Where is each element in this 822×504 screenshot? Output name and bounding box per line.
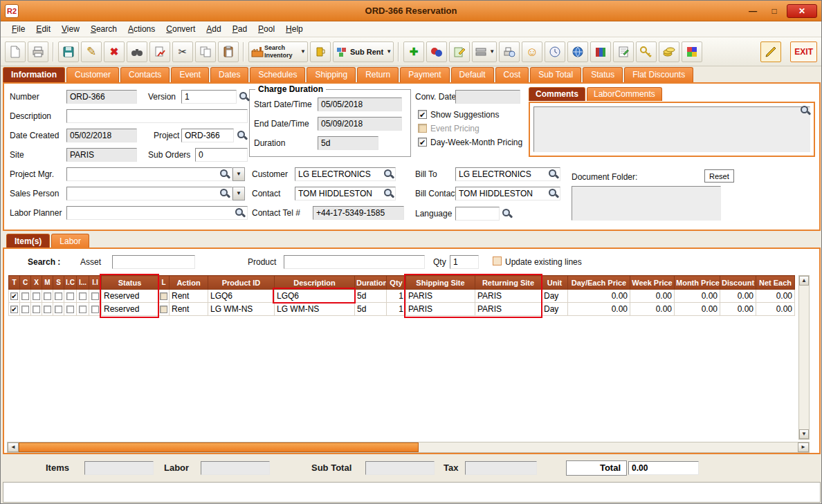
- menu-convert[interactable]: Convert: [161, 22, 201, 36]
- find-binoculars-button[interactable]: [127, 41, 147, 62]
- minimize-button[interactable]: —: [744, 4, 762, 18]
- convert-button[interactable]: [149, 41, 170, 62]
- action-cell[interactable]: Rent: [170, 290, 208, 303]
- row-select-checkbox[interactable]: ✔: [10, 292, 18, 300]
- project-field[interactable]: ORD-366: [181, 129, 234, 142]
- table-row[interactable]: ✔ Reserved Rent LG WM-NS LG WM-NS 5d 1 P…: [9, 303, 795, 316]
- bill-contact-search-icon[interactable]: [548, 188, 559, 199]
- shipping-site-cell[interactable]: PARIS: [406, 303, 475, 316]
- cubes-button[interactable]: [682, 41, 702, 62]
- row-checkbox[interactable]: [44, 292, 51, 300]
- table-row[interactable]: ✔ Reserved Rent LGQ6 LGQ6 5d 1 PARIS PAR…: [9, 290, 795, 303]
- returning-site-cell[interactable]: PARIS: [475, 290, 542, 303]
- row-checkbox[interactable]: [79, 306, 86, 313]
- dwm-pricing-checkbox[interactable]: ✔: [418, 138, 427, 147]
- customer-field[interactable]: LG ELECTRONICS: [295, 167, 396, 181]
- row-checkbox[interactable]: [21, 292, 29, 300]
- row-checkbox[interactable]: [44, 306, 51, 313]
- row-checkbox[interactable]: [66, 306, 74, 313]
- description-cell[interactable]: LGQ6: [275, 290, 355, 303]
- sales-person-search-icon[interactable]: [219, 188, 230, 199]
- contact-field[interactable]: TOM HIDDLESTON: [295, 187, 396, 200]
- save-button[interactable]: [58, 41, 79, 62]
- asset-input[interactable]: [112, 255, 195, 269]
- print-button[interactable]: [28, 41, 48, 62]
- scroll-up-button[interactable]: ▲: [799, 276, 809, 286]
- week-price-cell[interactable]: 0.00: [630, 290, 675, 303]
- tab-labor[interactable]: Labor: [51, 234, 89, 249]
- menu-add[interactable]: Add: [201, 22, 226, 36]
- project-search-icon[interactable]: [237, 130, 248, 141]
- comments-textarea[interactable]: [533, 106, 810, 152]
- add-line-button[interactable]: ✚: [403, 41, 424, 62]
- scroll-down-button[interactable]: ▼: [799, 429, 809, 439]
- qty-cell[interactable]: 1: [387, 303, 406, 316]
- tab-contacts[interactable]: Contacts: [120, 67, 170, 82]
- maximize-button[interactable]: □: [765, 4, 783, 18]
- day-each-price-cell[interactable]: 0.00: [568, 303, 630, 316]
- bill-to-field[interactable]: LG ELECTRONICS: [455, 167, 560, 181]
- cut-button[interactable]: ✂: [172, 41, 193, 62]
- month-price-cell[interactable]: 0.00: [675, 290, 720, 303]
- unit-cell[interactable]: Day: [542, 290, 568, 303]
- month-price-cell[interactable]: 0.00: [675, 303, 720, 316]
- show-suggestions-checkbox[interactable]: ✔: [418, 110, 427, 119]
- description-cell[interactable]: LG WM-NS: [275, 303, 355, 316]
- tab-labor-comments[interactable]: LaborComments: [587, 87, 662, 101]
- pour-button[interactable]: [310, 41, 331, 62]
- row-checkbox[interactable]: [91, 292, 99, 300]
- shipping-site-cell[interactable]: PARIS: [406, 290, 475, 303]
- row-checkbox[interactable]: [33, 292, 40, 300]
- product-id-cell[interactable]: LGQ6: [208, 290, 275, 303]
- menu-search[interactable]: Search: [85, 22, 122, 36]
- week-price-cell[interactable]: 0.00: [630, 303, 675, 316]
- l-checkbox[interactable]: [160, 292, 167, 300]
- reports-books-button[interactable]: [590, 41, 611, 62]
- money-button[interactable]: [659, 41, 679, 62]
- horizontal-scroll-thumb[interactable]: [19, 442, 419, 452]
- highlight-pen-button[interactable]: [760, 41, 781, 62]
- web-globe-button[interactable]: [567, 41, 588, 62]
- update-existing-lines-checkbox[interactable]: [493, 256, 502, 265]
- row-select-checkbox[interactable]: ✔: [10, 306, 18, 313]
- sales-person-field[interactable]: [66, 187, 232, 200]
- duration-cell[interactable]: 5d: [355, 290, 387, 303]
- sub-rent-button[interactable]: Sub Rent ▼: [333, 41, 394, 62]
- row-checkbox[interactable]: [55, 292, 62, 300]
- horizontal-scrollbar[interactable]: ◄ ►: [7, 442, 810, 453]
- row-checkbox[interactable]: [66, 292, 74, 300]
- keys-button[interactable]: [636, 41, 657, 62]
- menu-pad[interactable]: Pad: [227, 22, 253, 36]
- exit-button[interactable]: EXIT: [790, 41, 817, 62]
- chevron-down-icon[interactable]: ▼: [386, 48, 392, 55]
- action-cell[interactable]: Rent: [170, 303, 208, 316]
- net-each-cell[interactable]: 0.00: [756, 303, 795, 316]
- chevron-down-icon[interactable]: ▼: [300, 48, 306, 55]
- labor-planner-search-icon[interactable]: [235, 207, 246, 218]
- edit-button[interactable]: ✎: [81, 41, 102, 62]
- tab-items[interactable]: Item(s): [6, 234, 50, 249]
- delete-button[interactable]: ✖: [104, 41, 125, 62]
- row-checkbox[interactable]: [79, 292, 86, 300]
- reset-button[interactable]: Reset: [704, 169, 734, 183]
- menu-actions[interactable]: Actions: [122, 22, 161, 36]
- history-clock-button[interactable]: [545, 41, 565, 62]
- project-mgr-search-icon[interactable]: [219, 169, 230, 180]
- smiley-button[interactable]: ☺: [522, 41, 542, 62]
- sales-person-dropdown-button[interactable]: ▼: [232, 187, 245, 200]
- status-cell[interactable]: Reserved: [102, 290, 158, 303]
- version-search-icon[interactable]: [239, 91, 250, 102]
- row-checkbox[interactable]: [21, 306, 29, 313]
- discount-cell[interactable]: 0.00: [720, 303, 756, 316]
- language-search-icon[interactable]: [502, 208, 513, 219]
- tab-payment[interactable]: Payment: [400, 67, 449, 82]
- duration-cell[interactable]: 5d: [355, 303, 387, 316]
- paste-button[interactable]: [218, 41, 239, 62]
- customer-search-icon[interactable]: [383, 169, 394, 180]
- scroll-left-button[interactable]: ◄: [8, 442, 19, 452]
- language-field[interactable]: [455, 207, 500, 221]
- tab-schedules[interactable]: Schedules: [250, 67, 305, 82]
- comments-search-icon[interactable]: [800, 105, 811, 116]
- tab-comments[interactable]: Comments: [529, 87, 585, 101]
- product-input[interactable]: [284, 255, 425, 269]
